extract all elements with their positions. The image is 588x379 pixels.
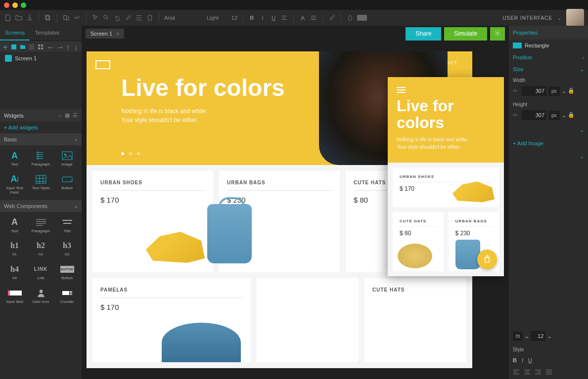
eyedropper-icon[interactable] — [124, 14, 132, 22]
width-input[interactable] — [522, 86, 546, 96]
close-tab-icon[interactable]: × — [116, 31, 119, 37]
section-position[interactable]: Position› — [509, 51, 588, 63]
widget-input-field[interactable]: Input field — [2, 285, 27, 307]
widget-text-table[interactable]: Text Table — [28, 171, 53, 198]
add-screen-icon[interactable]: + — [3, 43, 8, 50]
device-icon[interactable] — [146, 14, 154, 22]
widget-user-icon[interactable]: User icon — [28, 285, 53, 307]
widget-text[interactable]: AText — [2, 147, 27, 170]
product-card-cute-hats-2[interactable]: CUTE HATS — [364, 278, 466, 362]
simulate-button[interactable]: Simulate — [444, 27, 487, 41]
widget-web-paragraph[interactable]: Paragraph — [28, 214, 53, 237]
widget-h3[interactable]: h3h3 — [54, 237, 80, 260]
ui-mode-label[interactable]: USER INTERFACE — [502, 15, 552, 21]
duplicate-icon[interactable] — [62, 14, 70, 22]
close-window-button[interactable] — [4, 2, 9, 8]
cart-fab-button[interactable] — [477, 250, 497, 269]
section-size[interactable]: Size⌄ — [509, 63, 588, 76]
tab-templates[interactable]: Templates — [30, 26, 64, 41]
add-widgets-link[interactable]: + Add widgets — [0, 122, 82, 133]
text-color-button[interactable]: A — [299, 14, 307, 22]
shape-color-swatch[interactable] — [513, 42, 522, 48]
arrow-right-icon[interactable]: → — [56, 43, 63, 50]
align-left-icon[interactable] — [513, 369, 520, 376]
widget-h1[interactable]: h1h1 — [2, 237, 27, 260]
widget-paragraph[interactable]: Paragraph — [28, 147, 53, 170]
widgets-list-icon[interactable]: ☰ — [73, 112, 78, 119]
product-card-bags[interactable]: URBAN BAGS $ 230 — [219, 171, 340, 272]
align-icon[interactable] — [135, 14, 143, 22]
widget-web-button[interactable]: BUTTONButton — [54, 261, 80, 284]
new-file-icon[interactable] — [4, 14, 12, 22]
italic-button[interactable]: I — [259, 14, 267, 22]
link-icon[interactable]: ⇔ — [513, 87, 520, 94]
open-folder-icon[interactable] — [15, 14, 23, 22]
carousel-dots[interactable] — [121, 152, 140, 155]
style-underline[interactable]: U — [528, 357, 532, 363]
lock-icon[interactable]: 🔒 — [568, 112, 575, 119]
text-options-icon[interactable] — [310, 14, 317, 22]
widget-h4[interactable]: h4h4 — [2, 261, 27, 284]
category-web-components[interactable]: Web Components ⌄ — [0, 200, 82, 212]
share-button[interactable]: Share — [406, 27, 441, 41]
style-bold[interactable]: B — [513, 357, 517, 363]
ui-mode-chevron-icon[interactable]: ⌄ — [557, 15, 561, 21]
grid-icon[interactable] — [38, 43, 44, 50]
font-family-select[interactable]: Arial — [164, 15, 194, 21]
widget-input-text-field[interactable]: A|Input Text Field — [2, 171, 27, 198]
arrow-left-icon[interactable]: ← — [46, 43, 53, 50]
screen-item[interactable]: Screen 1 — [0, 52, 82, 65]
line-height-input[interactable] — [531, 331, 545, 341]
widget-h2[interactable]: h2h2 — [28, 237, 53, 260]
style-italic[interactable]: I — [522, 357, 523, 363]
text-align-icon[interactable] — [280, 14, 288, 22]
settings-button[interactable] — [490, 27, 505, 41]
mobile-card-hats[interactable]: CUTE HATS $ 80 — [393, 212, 444, 271]
file-tab-screen1[interactable]: Screen 1 × — [86, 29, 124, 39]
search-icon[interactable] — [102, 14, 110, 22]
widget-image[interactable]: Image — [54, 147, 80, 170]
minimize-window-button[interactable] — [12, 2, 18, 8]
search-widgets-icon[interactable]: ⌕ — [58, 112, 62, 119]
page-icon[interactable] — [11, 43, 17, 50]
hand-icon[interactable] — [113, 14, 121, 22]
align-right-icon[interactable] — [535, 369, 542, 376]
mobile-card-shoes[interactable]: URBAN SHOES $ 170 — [393, 168, 499, 207]
fill-color-swatch[interactable] — [357, 15, 367, 21]
lock-icon[interactable]: 🔒 — [568, 87, 575, 94]
folder-icon[interactable] — [20, 43, 26, 50]
brush-icon[interactable] — [328, 14, 336, 22]
bold-button[interactable]: B — [248, 14, 256, 22]
font-weight-select[interactable]: Light — [207, 15, 219, 21]
section-collapse-2[interactable]: ⌄ — [509, 150, 588, 163]
align-center-icon[interactable] — [524, 369, 531, 376]
category-basic[interactable]: Basic ⌄ — [0, 133, 82, 145]
tab-screens[interactable]: Screens — [0, 26, 30, 41]
font-size-select[interactable]: 12 — [231, 15, 237, 21]
widgets-grid-icon[interactable]: ▦ — [65, 112, 70, 119]
width-unit[interactable]: px — [548, 86, 560, 96]
download-icon[interactable] — [26, 14, 34, 22]
link-icon[interactable]: ⇔ — [513, 112, 520, 119]
list-icon[interactable] — [29, 43, 35, 50]
height-input[interactable] — [522, 110, 546, 120]
mobile-mockup[interactable]: Live for colors Nothing in life is black… — [388, 77, 504, 276]
widget-web-title[interactable]: Title — [54, 214, 80, 237]
product-card-shoes[interactable]: URBAN SHOES $ 170 — [92, 171, 213, 272]
drop-icon[interactable] — [346, 14, 354, 22]
user-avatar[interactable] — [566, 9, 584, 27]
shape-row[interactable]: Rectangle — [509, 40, 588, 51]
add-image-link[interactable]: + Add Image — [509, 136, 588, 150]
height-unit[interactable]: px — [548, 111, 560, 120]
widget-link[interactable]: LINKLink — [28, 261, 53, 284]
return-icon[interactable] — [73, 14, 81, 22]
align-justify-icon[interactable] — [545, 369, 552, 376]
pointer-icon[interactable] — [91, 14, 99, 22]
maximize-window-button[interactable] — [21, 2, 26, 8]
arrow-down-icon[interactable]: ↓ — [74, 43, 79, 50]
widget-web-text[interactable]: AText — [2, 214, 27, 237]
section-collapse[interactable]: ⌄ — [509, 124, 588, 136]
widget-button[interactable]: Button — [54, 171, 80, 198]
product-card-pamelas[interactable]: PAMELAS $ 170 — [92, 278, 251, 362]
arrow-up-icon[interactable]: ↑ — [66, 43, 71, 50]
